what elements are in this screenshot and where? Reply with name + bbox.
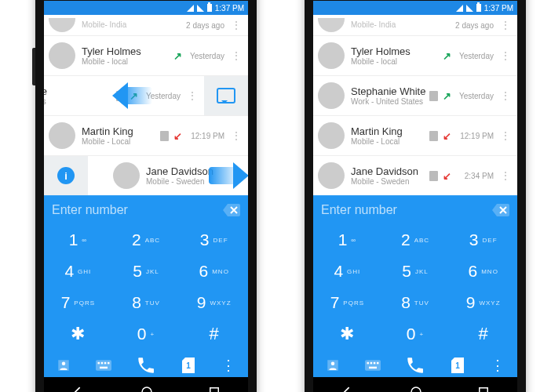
call-row-swiped-right[interactable]: i Jane Davidson Mobile - Sweden — [44, 156, 248, 195]
avatar — [49, 18, 75, 32]
sim-icon — [429, 91, 438, 101]
key-hash[interactable]: # — [449, 318, 517, 350]
overflow-icon[interactable]: ⋮ — [498, 52, 513, 60]
svg-rect-12 — [367, 362, 369, 365]
call-subtitle: Mobile- India — [351, 20, 455, 30]
missed-icon: ↙ — [443, 130, 451, 142]
call-log-list[interactable]: Mobile- India 2 days ago ⋮ Tyler Holmes … — [44, 15, 248, 195]
avatar — [318, 82, 345, 109]
dialer-toolbar: 1 ⋮ — [44, 350, 248, 377]
call-log-list[interactable]: Mobile- India 2 days ago ⋮ Tyler Holmes … — [313, 15, 517, 195]
overflow-icon[interactable]: ⋮ — [498, 132, 513, 140]
call-name: phanie White — [44, 85, 116, 97]
number-entry[interactable]: Enter number — [44, 195, 248, 224]
call-row[interactable]: Jane Davidson Mobile - Sweden ↙ 2:34 PM … — [313, 156, 517, 195]
overflow-icon[interactable]: ⋮ — [498, 92, 513, 100]
dial-pad: 1∞ 2ABC 3DEF 4GHI 5JKL 6MNO 7PQRS 8TUV 9… — [313, 224, 517, 350]
nav-recent-button[interactable] — [476, 385, 491, 392]
call-name: Jane Davidson — [146, 165, 248, 177]
nav-home-button[interactable] — [140, 385, 154, 392]
key-2[interactable]: 2ABC — [381, 224, 450, 256]
svg-point-10 — [331, 362, 335, 366]
key-3[interactable]: 3DEF — [180, 224, 248, 256]
call-button[interactable] — [135, 354, 157, 376]
call-subtitle: Mobile- India — [82, 20, 186, 30]
key-6[interactable]: 6MNO — [180, 256, 248, 287]
key-9[interactable]: 9WXYZ — [449, 287, 517, 318]
more-button[interactable]: ⋮ — [490, 358, 505, 373]
sim-icon — [116, 91, 125, 101]
call-name: Martin King — [82, 125, 160, 137]
avatar — [318, 42, 345, 69]
call-row-swiped-left[interactable]: phanie White < - United States ↗ Yesterd… — [44, 76, 248, 116]
call-row[interactable]: Martin King Mobile - Local ↙ 12:19 PM ⋮ — [44, 116, 248, 156]
call-subtitle: Work - United States — [351, 97, 429, 107]
nav-back-button[interactable] — [340, 384, 356, 392]
overflow-icon[interactable]: ⋮ — [498, 21, 513, 29]
keyboard-button[interactable] — [96, 358, 111, 373]
backspace-button[interactable] — [492, 204, 509, 216]
swipe-action-info[interactable]: i — [44, 156, 88, 195]
key-6[interactable]: 6MNO — [449, 256, 517, 287]
avatar — [318, 162, 345, 189]
key-1[interactable]: 1∞ — [44, 224, 112, 256]
nav-recent-button[interactable] — [207, 385, 221, 392]
number-entry[interactable]: Enter number — [313, 195, 517, 224]
svg-rect-16 — [369, 367, 377, 369]
key-8[interactable]: 8TUV — [112, 287, 181, 318]
sim-select-button[interactable]: 1 — [450, 358, 465, 373]
key-5[interactable]: 5JKL — [381, 256, 450, 287]
key-5[interactable]: 5JKL — [112, 256, 181, 287]
nav-home-button[interactable] — [409, 385, 423, 392]
call-button[interactable] — [404, 354, 426, 376]
overflow-icon[interactable]: ⋮ — [229, 21, 243, 29]
call-name: Tyler Holmes — [82, 45, 173, 57]
key-0[interactable]: 0+ — [112, 318, 181, 350]
call-time: 12:19 PM — [456, 132, 494, 140]
nav-back-button[interactable] — [71, 384, 86, 392]
overflow-icon[interactable]: ⋮ — [498, 172, 513, 180]
key-4[interactable]: 4GHI — [313, 256, 381, 287]
overflow-icon[interactable]: ⋮ — [185, 92, 199, 100]
overflow-icon[interactable]: ⋮ — [229, 52, 243, 60]
call-row[interactable]: Tyler Holmes Mobile - local ↗ Yesterday … — [44, 36, 248, 76]
key-7[interactable]: 7PQRS — [313, 287, 381, 318]
screen: 1:37 PM Mobile- India 2 days ago ⋮ Tyler… — [44, 1, 248, 377]
call-row[interactable]: Stephanie White Work - United States ↗ Y… — [313, 76, 517, 116]
key-star[interactable]: ✱ — [44, 318, 112, 350]
key-7[interactable]: 7PQRS — [44, 287, 112, 318]
key-star[interactable]: ✱ — [313, 318, 381, 350]
call-name: Tyler Holmes — [351, 45, 443, 57]
call-subtitle: Mobile - local — [351, 57, 443, 67]
sim-icon — [429, 131, 438, 141]
key-1[interactable]: 1∞ — [313, 224, 381, 256]
call-subtitle: Mobile - Local — [351, 137, 429, 147]
key-9[interactable]: 9WXYZ — [180, 287, 248, 318]
battery-icon — [476, 4, 481, 12]
outgoing-icon: ↗ — [443, 50, 451, 62]
swipe-action-message[interactable] — [204, 76, 248, 115]
call-time: Yesterday — [456, 52, 494, 60]
missed-icon: ↙ — [443, 170, 451, 182]
call-row-partial[interactable]: Mobile- India 2 days ago ⋮ — [313, 15, 517, 36]
sim-select-button[interactable]: 1 — [181, 358, 196, 373]
call-row[interactable]: Martin King Mobile - Local ↙ 12:19 PM ⋮ — [313, 116, 517, 156]
key-3[interactable]: 3DEF — [449, 224, 517, 256]
dialer-toolbar: 1 ⋮ — [313, 350, 517, 377]
key-8[interactable]: 8TUV — [381, 287, 450, 318]
call-row-partial[interactable]: Mobile- India 2 days ago ⋮ — [44, 15, 248, 36]
keyboard-button[interactable] — [365, 358, 381, 373]
more-button[interactable]: ⋮ — [221, 358, 236, 373]
key-hash[interactable]: # — [180, 318, 248, 350]
contacts-button[interactable] — [325, 358, 341, 373]
missed-icon: ↙ — [173, 130, 182, 142]
key-0[interactable]: 0+ — [381, 318, 450, 350]
call-row[interactable]: Tyler Holmes Mobile - local ↗ Yesterday … — [313, 36, 517, 76]
key-4[interactable]: 4GHI — [44, 256, 112, 287]
backspace-button[interactable] — [223, 204, 240, 216]
contacts-button[interactable] — [56, 358, 71, 373]
key-2[interactable]: 2ABC — [112, 224, 181, 256]
overflow-icon[interactable]: ⋮ — [229, 132, 243, 140]
message-icon — [217, 88, 235, 103]
sim-icon — [429, 171, 438, 181]
